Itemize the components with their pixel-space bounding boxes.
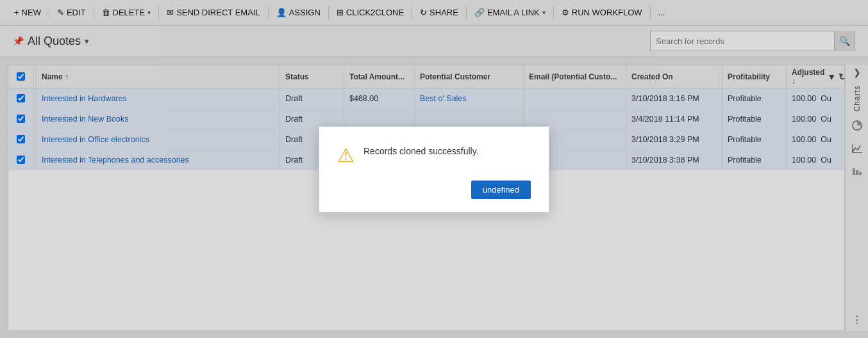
modal-overlay: ⚠ Records cloned successfully. undefined [0,0,868,338]
modal-footer: undefined [337,181,531,199]
modal-dialog: ⚠ Records cloned successfully. undefined [319,126,549,213]
modal-ok-button[interactable]: undefined [471,181,531,199]
modal-body: ⚠ Records cloned successfully. [337,145,531,165]
warning-icon: ⚠ [337,146,355,165]
modal-message: Records cloned successfully. [363,145,478,158]
